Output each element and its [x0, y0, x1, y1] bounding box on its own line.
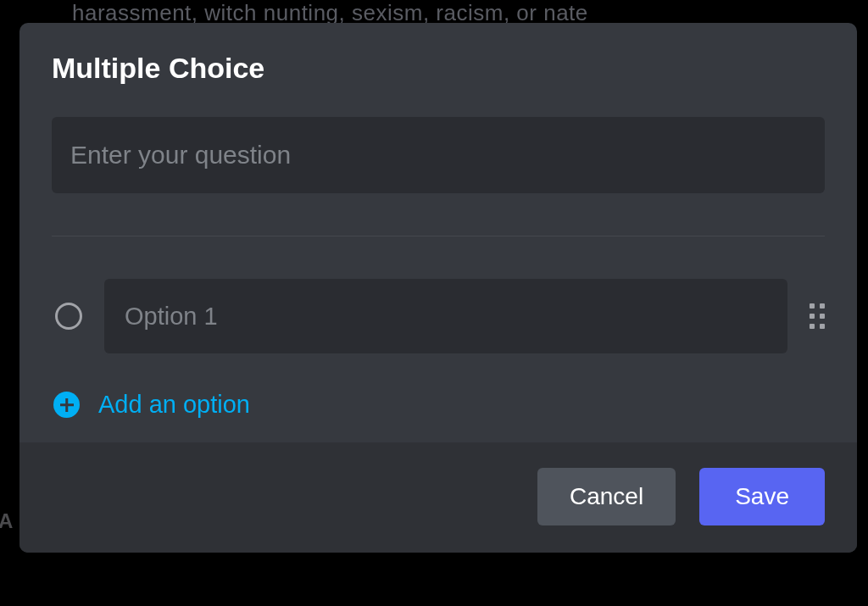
radio-circle-icon — [55, 303, 82, 330]
backdrop-left-fragment: A — [0, 509, 13, 533]
modal-footer: Cancel Save — [19, 442, 857, 553]
divider — [52, 236, 825, 236]
add-option-button[interactable]: Add an option — [53, 391, 825, 419]
modal-body: Multiple Choice Add an option — [19, 23, 857, 442]
question-input[interactable] — [52, 117, 825, 193]
add-option-label: Add an option — [98, 391, 250, 419]
option-input[interactable] — [104, 279, 787, 353]
save-button[interactable]: Save — [699, 468, 825, 525]
multiple-choice-modal: Multiple Choice Add an option Cancel S — [19, 23, 857, 553]
modal-title: Multiple Choice — [52, 52, 825, 85]
cancel-button[interactable]: Cancel — [537, 468, 676, 525]
plus-icon — [53, 392, 80, 418]
drag-handle-icon[interactable] — [810, 303, 825, 329]
option-row — [52, 279, 825, 353]
